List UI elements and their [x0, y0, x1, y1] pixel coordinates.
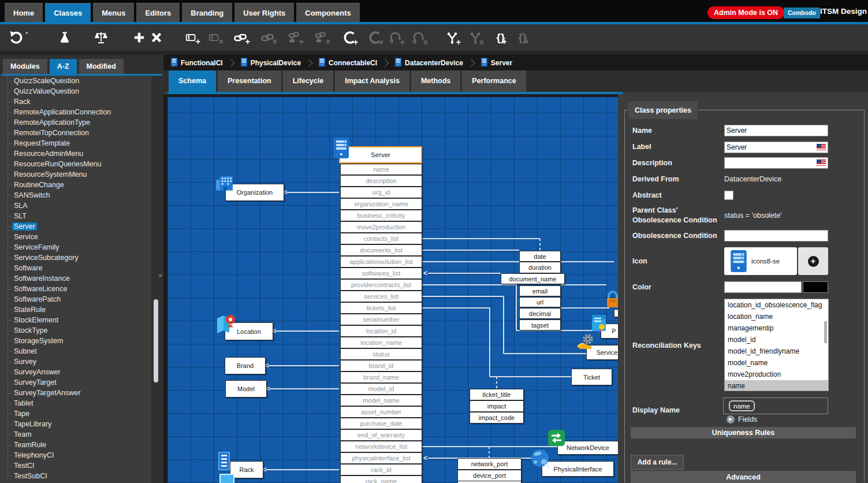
server-field-contacts-list[interactable]: contacts_list	[340, 233, 422, 244]
undo-menu-caret[interactable]: ▾	[25, 30, 28, 36]
server-field-model-id[interactable]: model_id	[340, 383, 422, 395]
color-swatch[interactable]	[803, 281, 828, 293]
undo-button[interactable]	[6, 28, 25, 47]
server-field-org-id[interactable]: org_id	[340, 187, 422, 198]
ticket-field-impact-code[interactable]: impact_code	[470, 412, 524, 423]
add-button[interactable]	[129, 28, 149, 47]
sidebar-tab-modified[interactable]: Modified	[79, 59, 124, 74]
icon-upload-button[interactable]: +	[798, 247, 828, 275]
field-add-button[interactable]: +	[182, 28, 202, 47]
ticket-field-impact[interactable]: impact	[470, 400, 524, 412]
sidebar-item-sla[interactable]: SLA	[0, 200, 151, 211]
view-tab-lifecycle[interactable]: Lifecycle	[283, 70, 334, 92]
server-field-serialnumber[interactable]: serialnumber	[340, 314, 422, 325]
sidebar-tab-modules[interactable]: Modules	[3, 59, 47, 74]
server-field-documents-list[interactable]: documents_list	[340, 244, 422, 256]
server-field-move2production[interactable]: move2production	[340, 221, 422, 233]
type-box-document-name[interactable]: document_name	[501, 273, 565, 284]
scales-button[interactable]	[91, 28, 111, 47]
description-input[interactable]	[724, 157, 828, 169]
network-field-device-port[interactable]: device_port	[457, 470, 521, 481]
sidebar-scrollbar-thumb[interactable]	[154, 299, 158, 382]
tab-home[interactable]: Home	[5, 3, 43, 23]
server-class-node[interactable]: Server	[339, 146, 422, 164]
breadcrumb-item-physicaldevice[interactable]: PhysicalDevice	[241, 58, 301, 68]
sidebar-item-server[interactable]: Server	[0, 221, 151, 232]
link-add-button[interactable]: +	[231, 28, 251, 47]
display-name-box[interactable]: name	[723, 397, 828, 414]
sidebar-item-testsubci[interactable]: TestSubCI	[0, 471, 151, 481]
server-field-brand-name[interactable]: brand_name	[340, 371, 422, 383]
recon-key-location-id-obsolescence-flag[interactable]: location_id_obsolescence_flag	[725, 299, 828, 311]
server-field-services-list[interactable]: services_list	[340, 291, 422, 302]
view-tab-impact-analysis[interactable]: Impact Analysis	[335, 70, 409, 92]
sidebar-item-tape[interactable]: Tape	[0, 408, 151, 419]
reconciliation-scrollbar-thumb[interactable]	[824, 321, 827, 343]
sidebar-item-quizzvaluequestion[interactable]: QuizzValueQuestion	[0, 86, 151, 96]
recon-key-name[interactable]: name	[725, 380, 828, 391]
server-field-name[interactable]: name	[340, 164, 422, 175]
server-field-end-of-warranty[interactable]: end_of_warranty	[340, 429, 422, 441]
ticket-field-ticket-title[interactable]: ticket_title	[470, 389, 524, 400]
server-field-networkdevice-list[interactable]: networkdevice_list	[340, 441, 422, 452]
tab-editors[interactable]: Editors	[136, 3, 180, 23]
model-class-node[interactable]: Model	[225, 380, 267, 397]
sidebar-collapse-handle[interactable]: «	[159, 272, 162, 278]
recon-key-managementip[interactable]: managementip	[725, 322, 828, 334]
recon-key-model-id[interactable]: model_id	[725, 334, 828, 345]
view-tab-presentation[interactable]: Presentation	[218, 70, 281, 92]
sidebar-item-softwareinstance[interactable]: SoftwareInstance	[0, 273, 151, 284]
sidebar-item-subnet[interactable]: Subnet	[0, 346, 151, 356]
sidebar-item-tapelibrary[interactable]: TapeLibrary	[0, 419, 151, 429]
display-name-chip-name[interactable]: name	[729, 400, 755, 411]
sidebar-item-testci[interactable]: TestCI	[0, 460, 151, 471]
sidebar-item-telephonyci[interactable]: TelephonyCI	[0, 450, 151, 460]
view-tab-methods[interactable]: Methods	[411, 70, 460, 92]
sidebar-item-rack[interactable]: Rack	[0, 96, 151, 107]
color-input[interactable]	[724, 281, 802, 293]
server-field-description[interactable]: description	[340, 175, 422, 187]
view-tab-schema[interactable]: Schema	[169, 70, 216, 92]
sidebar-item-software[interactable]: Software	[0, 263, 151, 273]
server-field-status[interactable]: status	[340, 348, 422, 360]
sidebar-item-resourceadminmenu[interactable]: ResourceAdminMenu	[0, 148, 151, 159]
server-field-brand-id[interactable]: brand_id	[340, 360, 422, 371]
type-box-email[interactable]: email	[519, 285, 561, 296]
sidebar-item-requesttemplate[interactable]: RequestTemplate	[0, 138, 151, 148]
server-field-model-name[interactable]: model_name	[340, 395, 422, 406]
delete-button[interactable]	[147, 28, 166, 47]
sidebar-item-resourcerunqueriesmenu[interactable]: ResourceRunQueriesMenu	[0, 159, 151, 169]
tab-branding[interactable]: Branding	[182, 3, 232, 23]
sidebar-item-remoteitopconnection[interactable]: RemoteiTopConnection	[0, 128, 151, 138]
class-tree[interactable]: QuizzScaleQuestionQuizzValueQuestionRack…	[0, 76, 151, 483]
sidebar-item-softwarepatch[interactable]: SoftwarePatch	[0, 294, 151, 304]
sidebar-item-stockelement[interactable]: StockElement	[0, 315, 151, 325]
server-field-organization-name[interactable]: organization_name	[340, 198, 422, 210]
network-field-network-port[interactable]: network_port	[457, 458, 521, 470]
sidebar-item-resourcesystemmenu[interactable]: ResourceSystemMenu	[0, 169, 151, 180]
sidebar-item-survey[interactable]: Survey	[0, 356, 151, 367]
sidebar-item-stocktype[interactable]: StockType	[0, 325, 151, 336]
server-field-business-criticity[interactable]: business_criticity	[340, 210, 422, 221]
recon-key-location-name[interactable]: location_name	[725, 311, 828, 322]
reconciliation-keys-listbox[interactable]: location_id_obsolescence_flaglocation_na…	[724, 299, 829, 391]
server-field-providercontracts-list[interactable]: providercontracts_list	[340, 279, 422, 291]
server-field-asset-number[interactable]: asset_number	[340, 406, 422, 418]
ticket-class-node[interactable]: Ticket	[571, 369, 612, 385]
sidebar-item-servicefamily[interactable]: ServiceFamily	[0, 242, 151, 252]
sidebar-item-teamrule[interactable]: TeamRule	[0, 440, 151, 450]
recon-key-move2production[interactable]: move2production	[725, 369, 828, 380]
sidebar-item-tablet[interactable]: Tablet	[0, 398, 151, 408]
type-box-url[interactable]: url	[519, 297, 561, 307]
server-field-rack-name[interactable]: rack_name	[340, 475, 422, 483]
fields-expander[interactable]: ▶ Fields	[727, 415, 757, 423]
icon-preview[interactable]: icons8-se	[724, 247, 797, 275]
sidebar-item-surveyanswer[interactable]: SurveyAnswer	[0, 367, 151, 377]
tab-classes[interactable]: Classes	[45, 3, 91, 23]
type-box-decimal[interactable]: decimal	[519, 308, 561, 319]
server-field-rack-id[interactable]: rack_id	[340, 464, 422, 475]
type-box-date[interactable]: date	[519, 251, 561, 262]
sidebar-item-sanswitch[interactable]: SANSwitch	[0, 190, 151, 200]
rack-class-node[interactable]: Rack	[230, 461, 263, 478]
sidebar-item-routinechange[interactable]: RoutineChange	[0, 180, 151, 190]
